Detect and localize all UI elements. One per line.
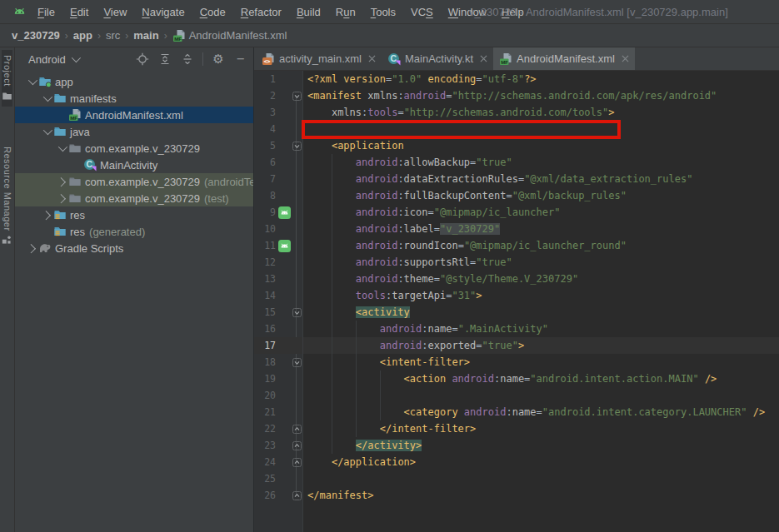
fold-start-icon[interactable] [292,308,302,317]
fold-end-icon[interactable] [292,441,302,450]
stripe-tab-label: Project [2,55,12,87]
chevron-down-icon[interactable] [25,78,38,85]
breadcrumb-label: AndroidManifest.xml [189,29,287,42]
menu-refactor[interactable]: Refactor [233,0,289,24]
locate-icon[interactable] [135,52,150,67]
tree-item-manifests[interactable]: manifests [15,90,253,107]
fold-start-icon[interactable] [292,142,302,151]
code-line[interactable] [303,387,779,404]
line-number: 20 [254,387,276,404]
editor-gutter: 1234567891011121314151617181920212223242… [254,71,303,532]
tree-item-androidmanifest-xml[interactable]: MFAndroidManifest.xml [15,107,253,123]
tree-item-com-example-v-230729-androidtest[interactable]: com.example.v_230729(androidTest) [15,173,253,190]
code-line[interactable]: android:roundIcon="@mipmap/ic_launcher_r… [303,237,779,254]
fold-start-icon[interactable] [292,358,302,367]
code-line[interactable]: android:supportsRtl="true" [303,254,779,271]
menu-build[interactable]: Build [289,0,328,24]
tab-androidmanifest-xml[interactable]: MFAndroidManifest.xml [493,47,635,70]
project-panel-header: Android ⚙− [15,47,253,71]
code-line[interactable]: xmlns:tools="http://schemas.android.com/… [303,104,779,121]
tab-mainactivity-kt[interactable]: CMainActivity.kt [382,47,493,70]
code-area[interactable]: <?xml version="1.0" encoding="utf-8"?><m… [303,71,779,532]
code-line[interactable]: <application [303,137,779,154]
fold-end-icon[interactable] [292,491,302,500]
tab-activity-main-xml[interactable]: <>activity_main.xml [256,47,382,70]
code-line[interactable]: android:name=".MainActivity" [303,321,779,337]
code-line[interactable]: </manifest> [303,487,779,504]
chevron-down-icon[interactable] [40,95,53,102]
chevron-down-icon[interactable] [72,53,81,62]
tree-item-label: Gradle Scripts [55,242,123,255]
close-icon[interactable] [622,55,629,62]
tree-item-res[interactable]: res [15,206,253,223]
menu-run[interactable]: Run [328,0,363,24]
line-number: 12 [254,254,276,271]
chevron-right-icon[interactable] [55,195,68,201]
code-line[interactable]: android:exported="true"> [303,337,779,354]
menu-vcs[interactable]: VCS [403,0,441,24]
gutter-row: 13 [254,271,302,287]
code-line[interactable]: </activity> [303,437,779,454]
chevron-right-icon[interactable] [40,211,53,218]
fold-end-icon[interactable] [292,458,302,467]
code-line[interactable]: android:icon="@mipmap/ic_launcher" [303,204,779,221]
code-line[interactable]: android:fullBackupContent="@xml/backup_r… [303,187,779,204]
close-icon[interactable] [480,55,487,62]
stripe-tab-project[interactable]: Project [2,50,12,107]
breadcrumb-app[interactable]: app [73,29,92,42]
tree-item-res-generated[interactable]: res(generated) [15,223,253,240]
gutter-row: 23 [254,437,302,454]
code-line[interactable]: </intent-filter> [303,420,779,437]
tree-item-com-example-v-230729[interactable]: com.example.v_230729 [15,140,253,157]
code-line[interactable]: <category android:name="android.intent.c… [303,404,779,420]
gear-icon[interactable]: ⚙ [211,52,226,67]
android-launcher-icon[interactable] [277,240,292,252]
menu-code[interactable]: Code [192,0,233,24]
breadcrumb-src[interactable]: src [106,29,120,42]
code-line[interactable]: <activity [303,304,779,321]
gutter-row: 1 [254,71,302,87]
tree-item-mainactivity[interactable]: CMainActivity [15,157,253,173]
tree-item-com-example-v-230729-test[interactable]: com.example.v_230729(test) [15,190,253,206]
chevron-right-icon[interactable] [55,178,68,185]
expand-all-icon[interactable] [157,52,172,67]
tree-item-app[interactable]: app [15,73,253,90]
editor-body[interactable]: 1234567891011121314151617181920212223242… [254,71,779,532]
tree-item-gradle-scripts[interactable]: Gradle Scripts [15,240,253,256]
hide-icon[interactable]: − [233,52,248,67]
collapse-all-icon[interactable] [180,52,195,67]
line-number: 19 [254,370,276,387]
fold-end-icon[interactable] [292,425,302,434]
menu-navigate[interactable]: Navigate [134,0,192,24]
breadcrumb-androidmanifest-xml[interactable]: MFAndroidManifest.xml [172,29,287,42]
close-icon[interactable] [368,55,376,62]
res-folder-icon [53,225,67,238]
breadcrumb-v-230729[interactable]: v_230729 [12,29,60,42]
code-line[interactable]: <manifest xmlns:android="http://schemas.… [303,87,779,104]
chevron-down-icon[interactable] [55,145,68,152]
code-line[interactable]: <intent-filter> [303,354,779,370]
fold-start-icon[interactable] [292,92,302,101]
menu-file[interactable]: File [30,0,62,24]
stripe-tab-resource-manager[interactable]: Resource Manager [2,142,12,251]
code-line[interactable]: android:dataExtractionRules="@xml/data_e… [303,171,779,187]
menu-tools[interactable]: Tools [363,0,403,24]
tree-item-java[interactable]: java [15,123,253,140]
chevron-down-icon[interactable] [40,128,53,135]
code-line[interactable]: android:theme="@style/Theme.V_230729" [303,271,779,287]
project-view-selector[interactable]: Android [28,53,66,66]
android-launcher-icon[interactable] [277,206,292,219]
menu-edit[interactable]: Edit [62,0,96,24]
code-line[interactable]: <action android:name="android.intent.act… [303,370,779,387]
code-line[interactable] [303,470,779,487]
code-line[interactable]: android:label="v_230729" [303,221,779,237]
breadcrumb-main[interactable]: main [133,29,158,42]
chevron-right-icon[interactable] [25,245,38,251]
code-line[interactable]: <?xml version="1.0" encoding="utf-8"?> [303,71,779,87]
code-line[interactable]: tools:targetApi="31"> [303,287,779,304]
menu-view[interactable]: View [96,0,134,24]
code-line[interactable]: </application> [303,454,779,470]
code-line[interactable]: android:allowBackup="true" [303,154,779,171]
tree-item-label: java [70,126,90,138]
project-toolbar: ⚙− [135,52,248,67]
